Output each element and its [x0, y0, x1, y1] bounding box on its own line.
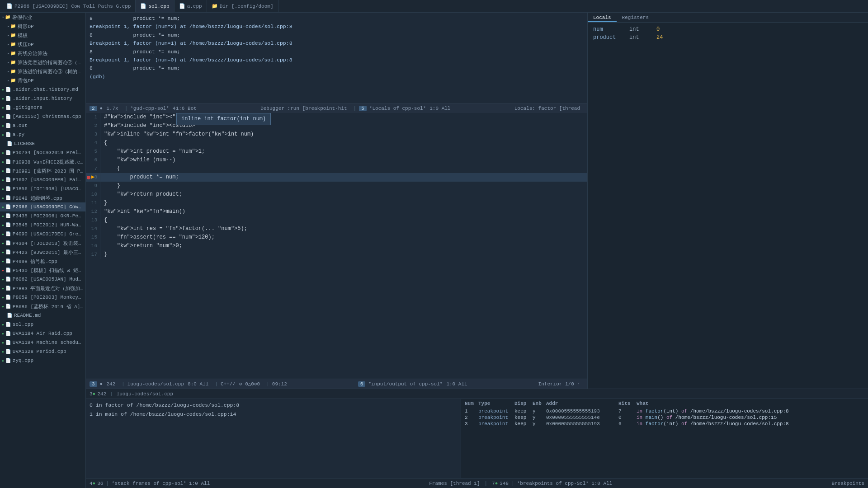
gdb-output[interactable]: 8 product *= num;Breakpoint 1, factor (n… — [86, 13, 587, 103]
sidebar-item[interactable]: ●📄P10938 VanI和CI2提述藏.cpp — [0, 157, 85, 166]
sidebar-item[interactable]: ●📄.gitignore — [0, 103, 85, 112]
code-editor[interactable]: 1#"kw">include "inc"><"fn">assert.h>2#"k… — [86, 113, 587, 379]
code-line[interactable]: 13{ — [86, 216, 587, 225]
sidebar-item[interactable]: ●📄P6062 [USACO05JAN] Muddy P... — [0, 275, 85, 284]
green-dot: ● — [2, 323, 4, 327]
sidebar-item[interactable]: ▾📁暑假作业 — [0, 13, 85, 22]
tab-registers[interactable]: Registers — [617, 13, 654, 22]
file-icon: 📄 — [5, 322, 11, 327]
tab-cow-toll[interactable]: 📄 P2966 [USACO09DEC] Cow Toll Paths G.cp… — [2, 0, 136, 12]
sidebar-item[interactable]: ●📄P2048 超级钢琴.cpp — [0, 193, 85, 202]
bottom-breakpoints[interactable]: NumTypeDispEnbAddrHitsWhat 1 breakpoint … — [461, 399, 868, 478]
sidebar-item[interactable]: ●📄P1607 [USACO09FEB] Fair S... — [0, 175, 85, 184]
code-line[interactable]: 10 "kw">return product; — [86, 190, 587, 199]
sidebar-item[interactable]: ●📄P1856 [IOI1998] [USACO5.5... — [0, 184, 85, 193]
sidebar-item[interactable]: ●📄P8059 [POI2003] Monkeys.c... — [0, 293, 85, 302]
sidebar-item[interactable]: ▸📁状压DP — [0, 40, 85, 49]
file-icon: 📄 — [5, 96, 11, 101]
sidebar-item[interactable]: ●📄UVA1328 Period.cpp — [0, 347, 85, 356]
tab-dir-doom[interactable]: 📁 Dir [.config/doom] — [207, 0, 278, 12]
sidebar-item[interactable]: ●📄[ABC115D] Christmas.cpp — [0, 112, 85, 121]
tab-a-cpp[interactable]: 📄 a.cpp — [175, 0, 207, 12]
code-line[interactable]: 12"kw">int "kw">"fn">main() — [86, 207, 587, 216]
sidebar-item[interactable]: ●📄sol.cpp — [0, 320, 85, 329]
code-line[interactable]: 17} — [86, 250, 587, 259]
sidebar-item[interactable]: ▸📁模板 — [0, 31, 85, 40]
sidebar-item[interactable]: ●📄P4423 [BJWC2011] 最小三角... — [0, 248, 85, 257]
bp-num: 2 — [465, 415, 478, 420]
sidebar-item-label: .aider.chat.history.md — [13, 87, 78, 92]
code-line[interactable]: 3"kw">inline "kw">int "fn">factor("kw">i… — [86, 130, 587, 139]
debug-content[interactable]: num int 0 product int 24 — [588, 23, 868, 389]
file-icon: 📄 — [5, 240, 11, 246]
sidebar-item[interactable]: ●📄a.out — [0, 121, 85, 130]
green-dot: ● — [2, 341, 4, 345]
sidebar-item[interactable]: ●📄P7883 平面最近点对（加强加强... — [0, 284, 85, 293]
sidebar-item[interactable]: ▸📁算法竞赛进阶指南图论②（最... — [0, 58, 85, 67]
sidebar-item-label: zyq.cpp — [13, 358, 33, 363]
code-line[interactable]: 5 "kw">int product = "num">1; — [86, 147, 587, 156]
sidebar-item[interactable]: ●📄UVA1194 Machine schedule.c... — [0, 338, 85, 347]
sidebar-item-label: 树形DP — [18, 23, 33, 30]
line-content: { — [100, 164, 587, 173]
sidebar-item[interactable]: ●📄zyq.cpp — [0, 356, 85, 365]
sidebar-item[interactable]: ●📄P3435 [POI2006] OKR-Perio... — [0, 211, 85, 221]
ml-right-pos: 1:0 All — [429, 106, 450, 111]
breakpoint-marker — [87, 176, 90, 179]
sidebar-item[interactable]: ▸📁背包DP — [0, 76, 85, 85]
code-line[interactable]: ▶8 product *= num; — [86, 173, 587, 182]
file-icon: 📄 — [5, 177, 11, 183]
code-line[interactable]: 1#"kw">include "inc"><"fn">assert.h> — [86, 113, 587, 122]
sidebar-item[interactable]: ●📄.aider.input.history — [0, 94, 85, 103]
sidebar-item[interactable]: ▸📁高线分治算法 — [0, 49, 85, 58]
sidebar-item[interactable]: ▸📁树形DP — [0, 22, 85, 31]
code-line[interactable]: 7 { — [86, 164, 587, 173]
bp-header-cell: Type — [478, 401, 514, 406]
code-line[interactable]: 11} — [86, 199, 587, 207]
sidebar-item[interactable]: ●📄P4304 [TJOI2013] 攻击装置... — [0, 239, 85, 248]
debug-local-type: int — [629, 34, 656, 41]
sidebar-item[interactable]: ●📄UVA1184 Air Raid.cpp — [0, 329, 85, 338]
code-line[interactable]: 6 "kw">while (num--) — [86, 156, 587, 164]
line-gutter: 5 — [86, 147, 100, 156]
code-line[interactable]: 16 "kw">return "num">0; — [86, 242, 587, 250]
bs-mode: *stack frames of cpp-sol* — [112, 481, 186, 486]
sidebar-item[interactable]: ●📄P5430 [模板] 扫描线 & 矩形... — [0, 266, 85, 275]
ml-mode: *gud-cpp-sol* — [130, 106, 169, 111]
bp-addr: 0x0000555555555193 — [546, 408, 618, 414]
sidebar-item[interactable]: ▸📁算法进阶指南图论③（树的直... — [0, 67, 85, 76]
code-line[interactable]: 9 } — [86, 182, 587, 190]
bp-enb: y — [533, 421, 546, 427]
sidebar-item-label: .aider.input.history — [13, 96, 72, 101]
sidebar-item[interactable]: ●📄P4090 [USACO17DEC] Greedy... — [0, 230, 85, 239]
gdb-output-line: 8 product *= num; — [90, 14, 584, 23]
sidebar-item[interactable]: ●📄P8686 [蓝桥杯 2019 省 A] 糟... — [0, 302, 85, 311]
ml-time: 09:12 — [272, 381, 287, 387]
bp-row: 2 breakpoint keep y 0x000055555555514e 0… — [465, 414, 864, 421]
code-line[interactable]: 15 "fn">assert(res == "num">120); — [86, 233, 587, 242]
sidebar-item-label: 算法进阶指南图论③（树的直... — [18, 68, 84, 75]
tab-sol-cpp[interactable]: 📄 sol.cpp — [136, 0, 174, 12]
editor-modeline-bottom: 3 ● 242 | luogu-codes/sol.cpp 8:0 All | … — [86, 379, 587, 389]
ml-path: luogu-codes/sol.cpp — [127, 381, 184, 387]
sidebar-item[interactable]: ●📄P2966 [USACO09DEC] Cow To... — [0, 202, 85, 211]
code-line[interactable]: 4{ — [86, 139, 587, 147]
sidebar-item[interactable]: ●📄a.py — [0, 130, 85, 139]
gdb-output-line: (gdb) — [90, 73, 584, 81]
sidebar-item[interactable]: ●📄P10991 [蓝桥杯 2023 国 Pyt... — [0, 166, 85, 175]
bottom-gdb-output[interactable]: 0 in factor of /home/bszzz/luogu-codes/s… — [86, 399, 461, 478]
bs-indicator: ● — [93, 481, 96, 486]
sidebar-item[interactable]: ●📄P3545 [POI2012] HUR-Wareh... — [0, 221, 85, 230]
folder-icon: 📁 — [10, 23, 16, 29]
code-line[interactable]: 14 "kw">int res = "fn">factor(... "num">… — [86, 225, 587, 233]
sidebar-item[interactable]: ●📄P4998 信号枪.cpp — [0, 257, 85, 266]
red-dot: ● — [2, 268, 4, 272]
sidebar-item[interactable]: ●📄.aider.chat.history.md — [0, 85, 85, 94]
tab-locals[interactable]: Locals — [588, 13, 617, 22]
sidebar-item[interactable]: 📄README.md — [0, 311, 85, 320]
green-dot: ● — [2, 350, 4, 354]
sidebar-item[interactable]: ●📄P10734 [NOISG2019 Prelim]... — [0, 148, 85, 157]
folder-icon: 📁 — [10, 42, 16, 47]
code-line[interactable]: 2#"kw">include "inc"><cstdio> — [86, 122, 587, 130]
sidebar-item[interactable]: 📄LICENSE — [0, 139, 85, 148]
